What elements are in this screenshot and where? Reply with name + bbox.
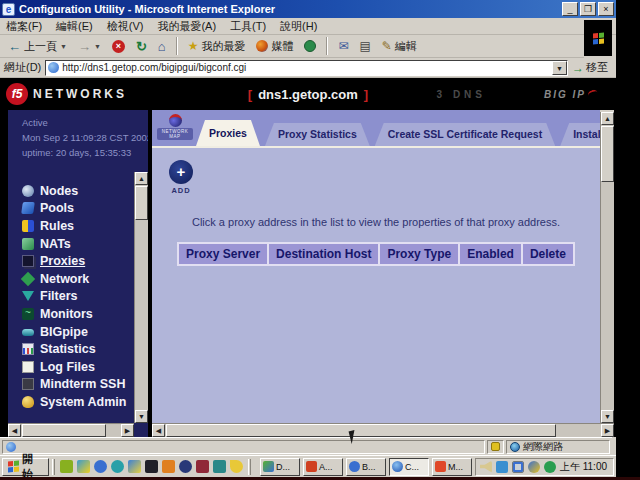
menu-favorites[interactable]: 我的最愛(A) [157, 19, 216, 34]
address-bar: 網址(D) ▼ → 移至 [0, 58, 616, 78]
volume-icon[interactable] [480, 461, 492, 473]
instruction-text: Click a proxy address in the list to vie… [152, 216, 600, 228]
quicklaunch-icon-3[interactable] [94, 460, 107, 473]
sidebar-item-mindterm-ssh[interactable]: Mindterm SSH [22, 376, 132, 394]
history-button[interactable] [300, 39, 320, 53]
favorites-button[interactable]: ★ 我的最愛 [184, 38, 250, 55]
tray-icon-2[interactable] [496, 461, 508, 473]
sidebar-nav: Nodes Pools Rules NATs Proxies Network F… [22, 182, 132, 411]
minimize-button[interactable]: _ [562, 2, 578, 16]
taskbar-grip[interactable] [248, 459, 251, 475]
menu-file[interactable]: 檔案(F) [6, 19, 42, 34]
mail-button[interactable]: ✉ [334, 38, 352, 54]
quicklaunch-icon-6[interactable] [145, 460, 158, 473]
document-icon [6, 442, 16, 452]
forward-dropdown-icon[interactable]: ▼ [94, 43, 101, 50]
content-horizontal-scrollbar[interactable]: ◀ ▶ [152, 423, 614, 437]
sidebar-item-nodes[interactable]: Nodes [22, 182, 132, 200]
proxy-table: Proxy Server Destination Host Proxy Type… [152, 242, 600, 266]
menu-view[interactable]: 檢視(V) [107, 19, 144, 34]
task-button-1[interactable]: D... [260, 458, 300, 476]
task-button-area: D... A... B... C... M... [254, 458, 472, 476]
sidebar-item-pools[interactable]: Pools [22, 200, 132, 218]
quicklaunch-icon-8[interactable] [179, 460, 192, 473]
start-button[interactable]: 開始 [2, 458, 49, 476]
url-input[interactable] [62, 62, 552, 73]
sidebar-item-nats[interactable]: NATs [22, 235, 132, 253]
edit-pencil-icon: ✎ [382, 39, 392, 53]
quicklaunch-icon-10[interactable] [213, 460, 226, 473]
scroll-down-icon[interactable]: ▼ [135, 410, 148, 423]
sidebar-vertical-scrollbar[interactable]: ▲ ▼ [134, 172, 148, 423]
taskbar-grip[interactable] [52, 459, 55, 475]
quicklaunch-icon-4[interactable] [111, 460, 124, 473]
quicklaunch-icon-1[interactable] [60, 460, 73, 473]
scroll-left-icon[interactable]: ◀ [8, 424, 21, 437]
task-button-5[interactable]: M... [432, 458, 472, 476]
scroll-down-icon[interactable]: ▼ [601, 410, 614, 423]
window-title: Configuration Utility - Microsoft Intern… [19, 3, 558, 15]
bigpipe-icon [22, 329, 34, 336]
sidebar-item-network[interactable]: Network [22, 270, 132, 288]
status-pane-main [2, 440, 485, 454]
sidebar-item-logfiles[interactable]: Log Files [22, 358, 132, 376]
edit-button[interactable]: ✎ 編輯 [378, 38, 421, 55]
maximize-button[interactable]: ❐ [580, 2, 596, 16]
back-dropdown-icon[interactable]: ▼ [60, 43, 67, 50]
sidebar-item-statistics[interactable]: Statistics [22, 340, 132, 358]
menu-edit[interactable]: 編輯(E) [56, 19, 93, 34]
scrollbar-thumb[interactable] [22, 424, 106, 437]
scroll-up-icon[interactable]: ▲ [601, 112, 614, 125]
home-button[interactable]: ⌂ [154, 38, 170, 55]
quicklaunch-icon-5[interactable] [128, 460, 141, 473]
tray-icon-4[interactable] [528, 461, 540, 473]
back-button[interactable]: ← 上一頁 ▼ [4, 38, 71, 55]
quicklaunch-icon-7[interactable] [162, 460, 175, 473]
sidebar-item-rules[interactable]: Rules [22, 217, 132, 235]
refresh-button[interactable]: ↻ [132, 38, 151, 55]
task-button-4[interactable]: C... [389, 458, 429, 476]
network-map-button[interactable]: NETWORK MAP [157, 113, 193, 143]
stop-button[interactable]: × [108, 39, 129, 54]
print-button[interactable]: ▤ [355, 38, 374, 54]
toolbar-separator [326, 37, 328, 55]
tab-install-ssl-certificate[interactable]: Install SSL Certif [560, 123, 600, 146]
scroll-right-icon[interactable]: ▶ [121, 424, 134, 437]
quicklaunch-icon-9[interactable] [196, 460, 209, 473]
sidebar-item-filters[interactable]: Filters [22, 288, 132, 306]
address-field[interactable]: ▼ [45, 60, 568, 76]
tab-create-ssl-certificate-request[interactable]: Create SSL Certificate Request [375, 123, 555, 146]
quicklaunch-icon-11[interactable] [230, 460, 243, 473]
sidebar-item-proxies[interactable]: Proxies [22, 252, 132, 270]
close-button[interactable]: × [598, 2, 614, 16]
scroll-up-icon[interactable]: ▲ [135, 172, 148, 185]
windows-flag-icon [8, 460, 19, 472]
content-vertical-scrollbar[interactable]: ▲ ▼ [600, 112, 614, 423]
media-button[interactable]: 媒體 [252, 38, 297, 55]
add-proxy-button[interactable]: + ADD [166, 160, 196, 195]
sidebar-item-bigpipe[interactable]: BIGpipe [22, 323, 132, 341]
monitors-icon: ~ [22, 308, 34, 320]
logfiles-icon [22, 361, 34, 373]
scroll-right-icon[interactable]: ▶ [601, 424, 614, 437]
forward-button[interactable]: → ▼ [74, 38, 105, 55]
task-button-2[interactable]: A... [303, 458, 343, 476]
sidebar-item-system-admin[interactable]: System Admin [22, 393, 132, 411]
address-dropdown-icon[interactable]: ▼ [552, 61, 567, 75]
tray-icon-5[interactable] [544, 461, 556, 473]
menu-tools[interactable]: 工具(T) [230, 19, 266, 34]
quicklaunch-icon-2[interactable] [77, 460, 90, 473]
task-button-3[interactable]: B... [346, 458, 386, 476]
tab-proxies[interactable]: Proxies [196, 120, 260, 146]
menu-help[interactable]: 說明(H) [280, 19, 317, 34]
sidebar-horizontal-scrollbar[interactable]: ◀ ▶ [8, 423, 134, 437]
mindterm-ssh-icon [22, 378, 34, 390]
sidebar-item-monitors[interactable]: ~Monitors [22, 305, 132, 323]
tab-proxy-statistics[interactable]: Proxy Statistics [265, 123, 370, 146]
scroll-left-icon[interactable]: ◀ [152, 424, 165, 437]
display-icon[interactable] [512, 461, 524, 473]
go-button[interactable]: → 移至 [572, 60, 612, 75]
scrollbar-thumb[interactable] [601, 126, 614, 182]
scrollbar-thumb[interactable] [135, 186, 148, 220]
hostname: dns1.getop.com [252, 87, 364, 102]
